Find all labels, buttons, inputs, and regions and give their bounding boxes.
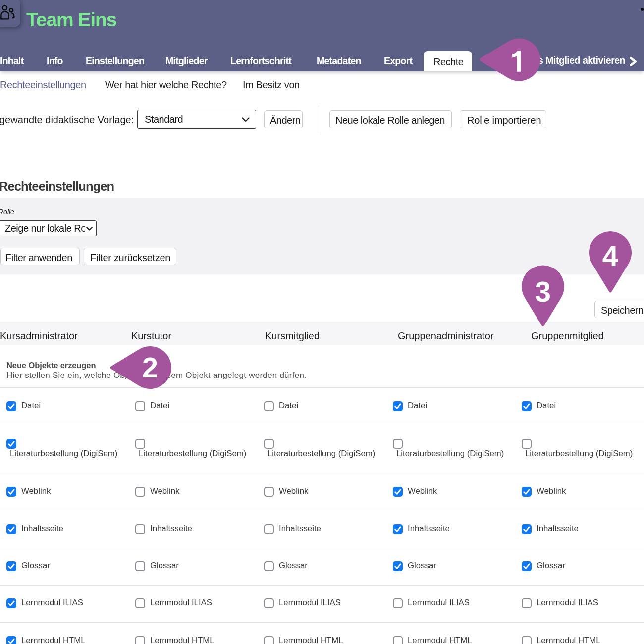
svg-text:3: 3	[535, 275, 551, 308]
svg-text:4: 4	[602, 240, 618, 272]
svg-text:2: 2	[142, 351, 158, 383]
